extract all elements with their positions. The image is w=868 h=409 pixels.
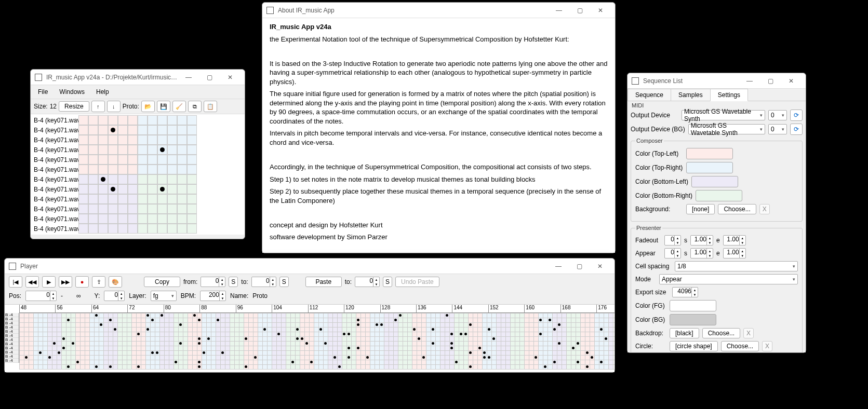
grid-cell[interactable] <box>187 165 197 174</box>
color-br-swatch[interactable] <box>696 190 742 201</box>
grid-cell[interactable] <box>98 224 108 234</box>
player-titlebar[interactable]: Player — ▢ ✕ <box>5 258 615 274</box>
backdrop-choose-button[interactable]: Choose... <box>702 328 740 338</box>
grid-cell[interactable] <box>148 214 157 224</box>
close-icon[interactable]: ✕ <box>220 70 241 85</box>
grid-cell[interactable] <box>108 214 118 224</box>
to2-input[interactable]: 0▲▼ <box>355 277 380 287</box>
grid-cell[interactable] <box>167 224 177 234</box>
color-fg-swatch[interactable] <box>670 300 716 311</box>
editor-grid-area[interactable]: B-4 (key071.wav)B-4 (key071.wav)B-4 (key… <box>31 114 245 235</box>
grid-cell[interactable] <box>78 174 88 184</box>
palette-icon[interactable]: 🎨 <box>109 276 122 288</box>
minimize-icon[interactable]: — <box>178 70 199 85</box>
folder-open-icon[interactable]: 📂 <box>141 101 155 112</box>
backdrop-value-button[interactable]: [black] <box>670 328 699 338</box>
grid-cell[interactable] <box>88 224 98 234</box>
grid-cell[interactable] <box>167 194 177 204</box>
maximize-icon[interactable]: ▢ <box>199 70 220 85</box>
grid-cell[interactable] <box>187 214 197 224</box>
record-icon[interactable]: ● <box>75 276 89 288</box>
grid-cell[interactable] <box>88 204 98 214</box>
grid-cell[interactable] <box>98 115 108 125</box>
grid-cell[interactable] <box>78 135 88 145</box>
grid-cell[interactable] <box>108 145 118 155</box>
grid-cell[interactable] <box>128 135 138 145</box>
grid-cell[interactable] <box>108 224 118 234</box>
grid-cell[interactable] <box>138 145 148 155</box>
timeline[interactable]: 4856647280889610411212012813614415216016… <box>5 305 615 372</box>
grid-cell[interactable] <box>88 155 98 165</box>
grid-cell[interactable] <box>118 224 128 234</box>
grid-cell[interactable] <box>157 155 167 165</box>
grid-cell[interactable] <box>148 115 157 125</box>
y-input[interactable]: 0▲▼ <box>104 291 125 301</box>
menu-help[interactable]: Help <box>94 87 111 97</box>
grid-cell[interactable] <box>138 135 148 145</box>
grid-cell[interactable] <box>187 184 197 194</box>
grid-cell[interactable] <box>157 125 167 135</box>
grid-cell[interactable] <box>98 155 108 165</box>
bg-choose-button[interactable]: Choose... <box>718 204 756 214</box>
bpm-input[interactable]: 200▲▼ <box>200 291 226 301</box>
s-button-2[interactable]: S <box>279 277 289 287</box>
grid-cell[interactable] <box>138 214 148 224</box>
bg-clear-button[interactable]: X <box>759 204 770 214</box>
grid-cell[interactable] <box>138 224 148 234</box>
skip-start-icon[interactable]: |◀ <box>9 276 22 288</box>
grid-cell[interactable] <box>167 204 177 214</box>
grid-cell[interactable] <box>128 174 138 184</box>
grid-cell[interactable] <box>157 194 167 204</box>
rewind-icon[interactable]: ◀◀ <box>25 276 39 288</box>
grid-cell[interactable] <box>118 155 128 165</box>
seq-titlebar[interactable]: Sequence List — ▢ ✕ <box>627 73 806 89</box>
grid-cell[interactable] <box>148 184 157 194</box>
appear-v2[interactable]: 1.00▲▼ <box>723 248 746 258</box>
grid-cell[interactable] <box>177 224 187 234</box>
grid-cell[interactable] <box>118 145 128 155</box>
grid-cell[interactable] <box>148 194 157 204</box>
grid-cell[interactable] <box>88 145 98 155</box>
grid-cell[interactable] <box>187 135 197 145</box>
grid-cell[interactable] <box>78 115 88 125</box>
out1-select[interactable]: Microsoft GS Wavetable Synth <box>682 110 765 120</box>
maximize-icon[interactable]: ▢ <box>760 74 781 88</box>
grid-cell[interactable] <box>78 194 88 204</box>
minimize-icon[interactable]: — <box>739 74 760 88</box>
grid-cell[interactable] <box>78 224 88 234</box>
fadeout-v1[interactable]: 1.00▲▼ <box>690 235 713 246</box>
grid-cell[interactable] <box>157 224 167 234</box>
circle-choose-button[interactable]: Choose... <box>721 341 759 351</box>
undo-paste-button[interactable]: Undo Paste <box>395 277 439 287</box>
grid-cell[interactable] <box>138 184 148 194</box>
grid-cell[interactable] <box>128 145 138 155</box>
grid-cell[interactable] <box>88 165 98 174</box>
grid-cell[interactable] <box>108 184 118 194</box>
grid-cell[interactable] <box>98 194 108 204</box>
grid-cell[interactable] <box>88 184 98 194</box>
grid-cell[interactable] <box>167 115 177 125</box>
grid-cell[interactable] <box>128 184 138 194</box>
paste-icon[interactable]: 📋 <box>204 101 217 112</box>
grid-cell[interactable] <box>177 145 187 155</box>
grid-cell[interactable] <box>128 224 138 234</box>
grid-cell[interactable] <box>128 194 138 204</box>
grid-cell[interactable] <box>187 145 197 155</box>
grid-cell[interactable] <box>177 155 187 165</box>
cellspacing-select[interactable]: 1/8 <box>675 261 798 271</box>
grid-cell[interactable] <box>108 155 118 165</box>
close-icon[interactable]: ✕ <box>590 3 611 18</box>
grid-cell[interactable] <box>157 135 167 145</box>
grid-cell[interactable] <box>157 145 167 155</box>
grid-cell[interactable] <box>187 224 197 234</box>
reload-icon[interactable]: ⟳ <box>790 124 803 135</box>
grid-cell[interactable] <box>118 174 128 184</box>
out2-select[interactable]: Microsoft GS Wavetable Synth <box>688 124 765 134</box>
paste-button[interactable]: Paste <box>305 277 342 287</box>
tab-sequence[interactable]: Sequence <box>627 89 671 101</box>
s-button-3[interactable]: S <box>383 277 392 287</box>
grid-cell[interactable] <box>78 204 88 214</box>
grid-cell[interactable] <box>167 155 177 165</box>
grid-cell[interactable] <box>78 125 88 135</box>
grid-cell[interactable] <box>78 184 88 194</box>
